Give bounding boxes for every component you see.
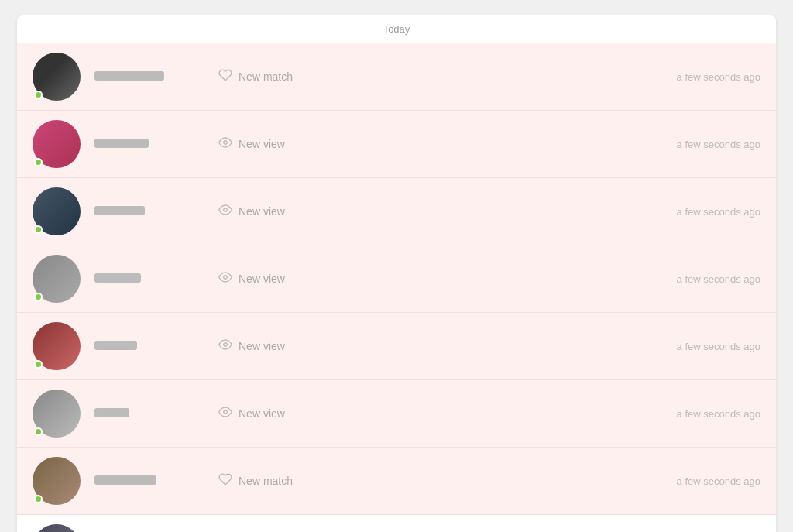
timestamp: a few seconds ago: [677, 206, 760, 218]
timestamp: a few seconds ago: [677, 475, 760, 487]
notification-label: New view: [239, 205, 285, 218]
notification-label: New match: [239, 70, 293, 83]
notification-type: New view: [218, 136, 677, 153]
timestamp: a few seconds ago: [677, 71, 760, 83]
notification-label: New match: [239, 475, 293, 487]
notification-type: New view: [218, 203, 677, 220]
online-indicator: [34, 225, 43, 234]
eye-icon: [218, 203, 232, 220]
notification-item[interactable]: New view a few seconds ago: [17, 111, 776, 178]
avatar-wrap: [33, 255, 81, 303]
eye-icon: [218, 270, 232, 287]
online-indicator: [34, 495, 43, 503]
timestamp: a few seconds ago: [677, 408, 760, 420]
avatar-wrap: [33, 390, 81, 438]
timestamp: a few seconds ago: [677, 341, 760, 352]
notifications-container: Today New match a few seconds ago New vi: [17, 15, 776, 532]
user-name: [94, 407, 218, 420]
name-blur: [94, 139, 149, 148]
name-blur: [94, 273, 141, 283]
notification-type: New match: [218, 68, 677, 85]
avatar-wrap: [33, 524, 81, 532]
notification-item[interactable]: New match a few seconds ago: [17, 448, 776, 515]
heart-icon: [218, 68, 232, 85]
eye-icon: [218, 136, 232, 153]
online-indicator: [34, 91, 43, 99]
timestamp: a few seconds ago: [677, 273, 760, 285]
notification-type: New match: [218, 472, 677, 489]
timestamp: a few seconds ago: [677, 139, 760, 150]
notification-label: New view: [239, 138, 285, 150]
notification-type: New view: [218, 405, 677, 422]
avatar-wrap: [33, 120, 81, 168]
notification-item[interactable]: New view a few seconds ago: [17, 178, 776, 245]
svg-point-1: [224, 208, 228, 212]
online-indicator: [34, 360, 43, 369]
eye-icon: [218, 405, 232, 422]
svg-point-2: [224, 276, 228, 280]
notification-type: New view: [218, 338, 677, 355]
notification-item[interactable]: New view a few seconds ago: [17, 245, 776, 313]
avatar-wrap: [33, 457, 81, 505]
notification-label: New view: [239, 340, 285, 352]
heart-icon: [218, 472, 232, 489]
name-blur: [94, 408, 129, 417]
avatar-wrap: [33, 187, 81, 235]
name-blur: [94, 71, 164, 81]
online-indicator: [34, 158, 43, 166]
user-name: [94, 475, 218, 487]
avatar: [33, 524, 81, 532]
user-name: [94, 340, 218, 352]
notification-item[interactable]: New match a few seconds ago: [17, 43, 776, 111]
user-name: [94, 138, 218, 150]
notification-list: New match a few seconds ago New view a f…: [17, 43, 776, 532]
notification-item[interactable]: New view a few seconds ago: [17, 380, 776, 448]
online-indicator: [34, 427, 43, 436]
online-indicator: [34, 293, 43, 301]
user-name: [94, 205, 218, 218]
notification-label: New view: [239, 273, 285, 285]
avatar-wrap: [33, 53, 81, 101]
date-label: Today: [383, 23, 410, 35]
svg-point-3: [224, 343, 228, 347]
eye-icon: [218, 338, 232, 355]
notification-item[interactable]: New view a few seconds ago: [17, 313, 776, 380]
user-name: [94, 70, 218, 83]
svg-point-0: [224, 141, 228, 145]
notification-label: New view: [239, 407, 285, 420]
notification-item[interactable]: You're in favs a minute ago: [17, 515, 776, 532]
date-header: Today: [17, 15, 776, 43]
name-blur: [94, 206, 145, 215]
notification-type: New view: [218, 270, 677, 287]
user-name: [94, 273, 218, 285]
svg-point-4: [224, 410, 228, 414]
name-blur: [94, 341, 137, 350]
name-blur: [94, 475, 156, 485]
avatar-wrap: [33, 322, 81, 370]
